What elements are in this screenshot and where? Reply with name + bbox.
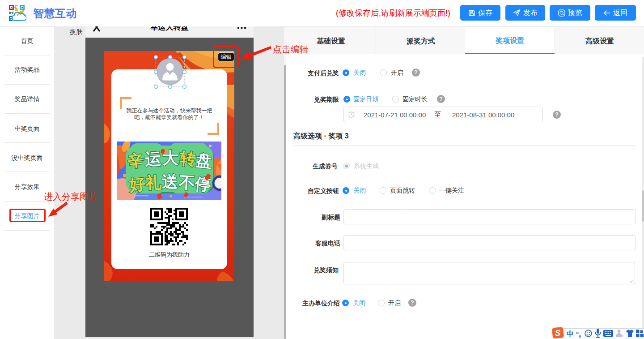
svg-text:运: 运 bbox=[144, 149, 161, 168]
svg-text:送: 送 bbox=[162, 172, 178, 191]
svg-text:15: 15 bbox=[621, 334, 624, 338]
svg-text:盘: 盘 bbox=[195, 150, 213, 171]
svg-text:转: 转 bbox=[179, 149, 197, 168]
svg-text:S: S bbox=[555, 328, 561, 338]
svg-text:好: 好 bbox=[127, 174, 146, 194]
svg-text:不: 不 bbox=[178, 173, 195, 192]
svg-text:礼: 礼 bbox=[144, 173, 162, 192]
svg-text:辛: 辛 bbox=[127, 150, 145, 171]
